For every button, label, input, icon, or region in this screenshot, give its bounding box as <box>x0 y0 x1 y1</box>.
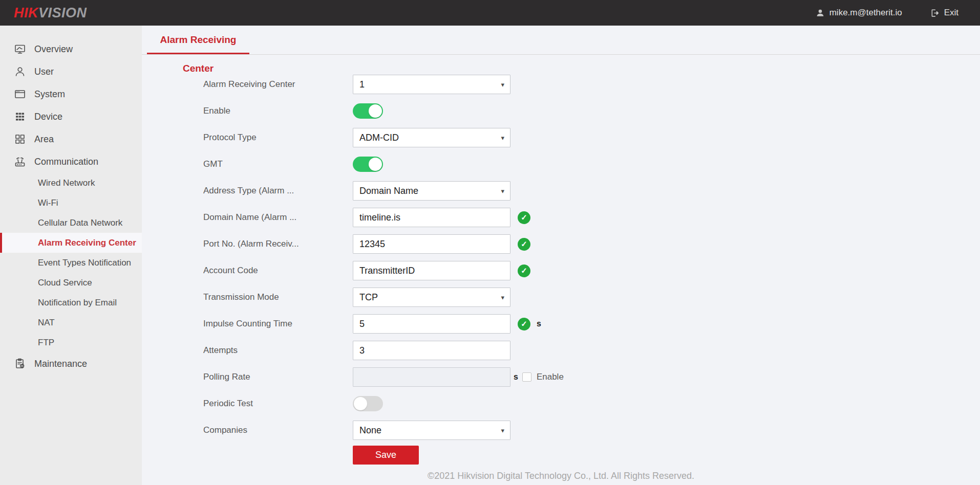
field-label: Attempts <box>203 345 353 356</box>
select-value: None <box>359 425 381 436</box>
copyright-footer: ©2021 Hikvision Digital Technology Co., … <box>142 471 980 481</box>
checkbox-label: Enable <box>537 372 564 382</box>
communication-icon <box>14 156 26 168</box>
select-value: ADM-CID <box>359 133 399 143</box>
exit-button[interactable]: Exit <box>930 8 958 18</box>
sidebar-item-label: Area <box>34 134 54 145</box>
tab-bar: Alarm Receiving Center <box>142 26 980 55</box>
sidebar-item-cloud-service[interactable]: Cloud Service <box>0 273 142 293</box>
sidebar-item-label: User <box>34 67 54 77</box>
port-no-input[interactable] <box>353 234 510 254</box>
sidebar-item-device[interactable]: Device <box>0 105 142 128</box>
form-row: Alarm Receiving Center 1 ▾ <box>203 71 980 98</box>
companies-select[interactable]: None ▾ <box>353 421 510 440</box>
topbar-right: mike.m@tetherit.io Exit <box>816 8 980 18</box>
valid-check-icon: ✓ <box>518 211 530 224</box>
device-icon <box>14 111 26 123</box>
save-button[interactable]: Save <box>353 446 419 465</box>
sidebar-item-label: Device <box>34 112 62 122</box>
domain-name-input[interactable] <box>353 208 510 227</box>
tab-alarm-receiving-center[interactable]: Alarm Receiving Center <box>147 26 249 54</box>
sidebar-item-area[interactable]: Area <box>0 128 142 150</box>
toggle-knob <box>369 158 382 171</box>
exit-label: Exit <box>944 8 958 18</box>
field-label: Domain Name (Alarm ... <box>203 212 353 223</box>
user-account[interactable]: mike.m@tetherit.io <box>816 8 902 18</box>
sidebar-item-label: Overview <box>34 44 73 55</box>
logo-vision-text: VISION <box>38 5 87 20</box>
system-icon <box>14 88 26 100</box>
attempts-input[interactable] <box>353 341 510 360</box>
alarm-receiving-center-select[interactable]: 1 ▾ <box>353 75 510 94</box>
address-type-select[interactable]: Domain Name ▾ <box>353 181 510 201</box>
form-row: GMT <box>203 151 980 178</box>
sidebar-item-nat[interactable]: NAT <box>0 313 142 333</box>
overview-icon <box>14 43 26 55</box>
sidebar-item-alarm-receiving-center[interactable]: Alarm Receiving Center <box>0 233 142 253</box>
valid-check-icon: ✓ <box>518 318 530 330</box>
form-row: Enable <box>203 98 980 124</box>
sidebar-item-wired-network[interactable]: Wired Network <box>0 173 142 193</box>
toggle-knob <box>369 104 382 118</box>
unit-suffix: s <box>537 319 541 328</box>
hikvision-logo: HIKVISION <box>14 5 87 21</box>
protocol-type-select[interactable]: ADM-CID ▾ <box>353 128 510 147</box>
form-row: Impulse Counting Time ✓ s <box>203 311 980 337</box>
form-row: Periodic Test <box>203 390 980 417</box>
field-label: Companies <box>203 425 353 435</box>
select-value: TCP <box>359 292 378 303</box>
chevron-down-icon: ▾ <box>501 294 504 301</box>
form-row: Address Type (Alarm ... Domain Name ▾ <box>203 178 980 204</box>
logo-hik-text: HIK <box>14 5 38 20</box>
polling-enable-checkbox[interactable] <box>522 372 531 382</box>
field-label: Enable <box>203 106 353 116</box>
sidebar-item-ftp[interactable]: FTP <box>0 333 142 352</box>
sidebar-item-system[interactable]: System <box>0 83 142 105</box>
impulse-counting-time-input[interactable] <box>353 314 510 334</box>
sidebar-item-label: System <box>34 89 65 100</box>
sidebar-item-cellular-data-network[interactable]: Cellular Data Network <box>0 213 142 233</box>
unit-suffix: s <box>514 372 518 382</box>
sidebar: Overview User System Device Area Communi… <box>0 26 142 485</box>
top-bar: HIKVISION mike.m@tetherit.io Exit <box>0 0 980 26</box>
field-label: Port No. (Alarm Receiv... <box>203 239 353 249</box>
transmission-mode-select[interactable]: TCP ▾ <box>353 288 510 307</box>
field-label: Impulse Counting Time <box>203 319 353 329</box>
sidebar-item-event-types-notification[interactable]: Event Types Notification <box>0 253 142 273</box>
gmt-toggle[interactable] <box>353 157 383 172</box>
sidebar-item-communication[interactable]: Communication <box>0 150 142 173</box>
person-icon <box>816 8 825 17</box>
field-label: Transmission Mode <box>203 292 353 302</box>
chevron-down-icon: ▾ <box>501 81 504 89</box>
form-row: Attempts <box>203 337 980 364</box>
field-label: Account Code <box>203 266 353 276</box>
user-icon <box>14 65 26 78</box>
chevron-down-icon: ▾ <box>501 427 504 434</box>
exit-icon <box>930 8 940 18</box>
toggle-knob <box>354 397 367 410</box>
chevron-down-icon: ▾ <box>501 187 504 195</box>
field-label: Alarm Receiving Center <box>203 79 353 90</box>
select-value: Domain Name <box>359 186 418 196</box>
sidebar-item-notification-by-email[interactable]: Notification by Email <box>0 293 142 313</box>
sidebar-item-wifi[interactable]: Wi-Fi <box>0 193 142 213</box>
form-row: Polling Rate s Enable <box>203 364 980 390</box>
sidebar-item-maintenance[interactable]: Maintenance <box>0 352 142 375</box>
enable-toggle[interactable] <box>353 103 383 119</box>
form-row: Transmission Mode TCP ▾ <box>203 284 980 311</box>
field-label: GMT <box>203 159 353 169</box>
form-row: Port No. (Alarm Receiv... ✓ <box>203 231 980 257</box>
area-icon <box>14 133 26 145</box>
valid-check-icon: ✓ <box>518 264 530 277</box>
select-value: 1 <box>359 79 365 90</box>
sidebar-item-label: Communication <box>34 157 98 167</box>
field-label: Periodic Test <box>203 399 353 409</box>
sidebar-item-label: Maintenance <box>34 359 87 369</box>
account-code-input[interactable] <box>353 261 510 280</box>
form-row: Account Code ✓ <box>203 257 980 284</box>
sidebar-item-overview[interactable]: Overview <box>0 38 142 60</box>
field-label: Polling Rate <box>203 372 353 382</box>
sidebar-item-user[interactable]: User <box>0 60 142 83</box>
form-row: Domain Name (Alarm ... ✓ <box>203 204 980 231</box>
periodic-test-toggle[interactable] <box>353 396 383 411</box>
